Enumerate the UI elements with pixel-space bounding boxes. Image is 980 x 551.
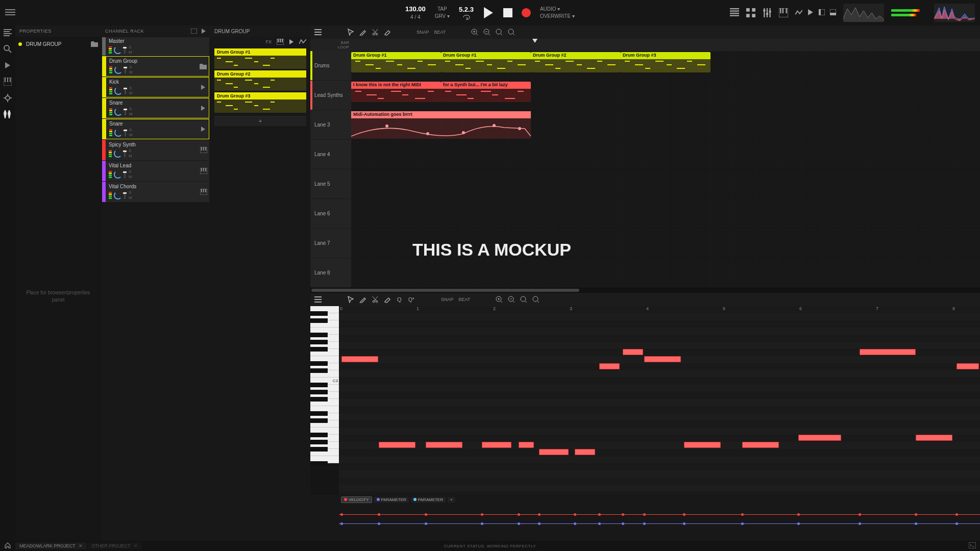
- arrange-clip[interactable]: Drum Group #2: [531, 52, 621, 72]
- track-pan-knob[interactable]: [114, 129, 122, 137]
- panel-icon-2[interactable]: [830, 9, 836, 15]
- param-point[interactable]: [518, 513, 520, 516]
- midi-note[interactable]: [539, 449, 569, 455]
- list-view-icon[interactable]: [730, 8, 739, 17]
- browser-icon[interactable]: [4, 29, 12, 37]
- mixer-view-icon[interactable]: [763, 8, 772, 17]
- mute-button[interactable]: M: [128, 154, 133, 159]
- piano-zoom-in-icon[interactable]: [496, 296, 503, 303]
- lane-header[interactable]: Lane 4: [310, 140, 351, 169]
- zoom-in-icon[interactable]: [471, 29, 478, 36]
- solo-button[interactable]: S: [128, 107, 134, 112]
- fx-label[interactable]: FX: [265, 39, 272, 44]
- rack-expand-icon[interactable]: [191, 29, 197, 34]
- midi-note[interactable]: [519, 442, 534, 448]
- lane-header[interactable]: Lane 3: [310, 110, 351, 140]
- piano-zoom-h-icon[interactable]: [520, 296, 527, 303]
- black-key[interactable]: [310, 318, 328, 323]
- lane-header[interactable]: Lane 5: [310, 169, 351, 199]
- midi-note[interactable]: [599, 363, 620, 369]
- panel-icon-1[interactable]: [819, 9, 825, 15]
- home-icon[interactable]: [0, 542, 15, 549]
- mute-button[interactable]: M: [128, 91, 134, 96]
- quantize-strong-icon[interactable]: Q*: [408, 296, 415, 303]
- solo-button[interactable]: S: [128, 65, 134, 70]
- arrange-clip[interactable]: Drum Group #1: [351, 52, 441, 72]
- param-point[interactable]: [859, 522, 861, 525]
- midi-note[interactable]: [426, 442, 462, 448]
- folder-icon[interactable]: [200, 64, 207, 69]
- param-point[interactable]: [340, 522, 343, 525]
- track-piano-icon[interactable]: [200, 147, 207, 153]
- track-play-icon[interactable]: [201, 106, 206, 111]
- param-point[interactable]: [683, 522, 685, 525]
- solo-button[interactable]: S: [128, 86, 134, 91]
- properties-tree-item[interactable]: DRUM GROUP: [18, 40, 98, 48]
- track-pan-knob[interactable]: [114, 170, 122, 179]
- group-clip[interactable]: Drum Group #2: [214, 70, 306, 91]
- arrange-clip[interactable]: Drum Group #1: [441, 52, 531, 72]
- param-point[interactable]: [425, 513, 427, 516]
- track-pan-knob[interactable]: [114, 87, 122, 95]
- param-point[interactable]: [340, 513, 343, 516]
- midi-note[interactable]: [916, 435, 952, 441]
- track-pan-knob[interactable]: [114, 149, 122, 158]
- param-point[interactable]: [378, 513, 380, 516]
- param-point[interactable]: [741, 522, 744, 525]
- loop-icon[interactable]: [462, 14, 470, 20]
- zoom-out-icon[interactable]: [483, 29, 491, 36]
- playhead-marker[interactable]: [532, 39, 537, 43]
- group-automation-icon[interactable]: [299, 39, 306, 45]
- piano-snap-label[interactable]: SNAP: [441, 297, 454, 302]
- param-point[interactable]: [538, 522, 541, 525]
- piano-erase-icon[interactable]: [384, 296, 391, 303]
- snap-label[interactable]: SNAP: [416, 30, 429, 35]
- param-point[interactable]: [955, 522, 958, 525]
- param-tab[interactable]: PARAMETER: [411, 497, 446, 503]
- track-volume-fader[interactable]: [124, 192, 126, 199]
- black-key[interactable]: [310, 383, 328, 387]
- beat-label[interactable]: BEAT: [434, 30, 446, 35]
- param-point[interactable]: [518, 522, 520, 525]
- track-volume-fader[interactable]: [125, 108, 126, 115]
- add-param-button[interactable]: +: [448, 497, 455, 503]
- automation-lane-icon[interactable]: [795, 9, 802, 16]
- param-point[interactable]: [797, 522, 800, 525]
- lane-header[interactable]: Lane 8: [310, 258, 351, 288]
- param-point[interactable]: [683, 513, 685, 516]
- piano-pencil-icon[interactable]: [359, 296, 366, 303]
- black-key[interactable]: [310, 440, 328, 444]
- piano-zoom-out-icon[interactable]: [508, 296, 515, 303]
- param-point[interactable]: [797, 513, 800, 516]
- param-point[interactable]: [481, 522, 483, 525]
- channel-track[interactable]: Master SM: [102, 37, 209, 56]
- midi-note[interactable]: [379, 442, 415, 448]
- lane-header[interactable]: Lead Synths: [310, 81, 351, 110]
- param-point[interactable]: [622, 522, 624, 525]
- piano-cut-icon[interactable]: [372, 296, 379, 303]
- automation-clip[interactable]: Midi-Automation goes brrrt: [351, 111, 531, 139]
- midi-note[interactable]: [742, 442, 779, 448]
- track-volume-fader[interactable]: [125, 66, 126, 73]
- param-point[interactable]: [955, 513, 958, 516]
- channel-track[interactable]: Snare SM: [102, 119, 209, 139]
- param-point[interactable]: [425, 522, 427, 525]
- black-key[interactable]: [310, 397, 328, 402]
- piano-zoom-fit-icon[interactable]: [532, 296, 540, 303]
- zoom-fit-icon[interactable]: [508, 29, 515, 36]
- param-point[interactable]: [574, 522, 576, 525]
- param-tab[interactable]: VELOCITY: [341, 496, 372, 503]
- midi-note[interactable]: [623, 349, 643, 355]
- param-point[interactable]: [598, 522, 601, 525]
- mute-button[interactable]: M: [128, 174, 133, 180]
- track-volume-fader[interactable]: [125, 87, 126, 94]
- arrange-h-scrollbar[interactable]: [310, 288, 980, 293]
- arrange-clip[interactable]: I know this is not the right MIDI: [351, 82, 441, 102]
- bpm-display[interactable]: 130.00 4 / 4: [405, 5, 426, 21]
- solo-button[interactable]: S: [128, 190, 133, 195]
- param-point[interactable]: [378, 522, 380, 525]
- black-key[interactable]: [310, 333, 328, 337]
- channel-track[interactable]: Vital Lead SM: [102, 161, 209, 181]
- small-play-icon[interactable]: [807, 9, 814, 15]
- arrange-clip[interactable]: Drum Group #3: [621, 52, 710, 72]
